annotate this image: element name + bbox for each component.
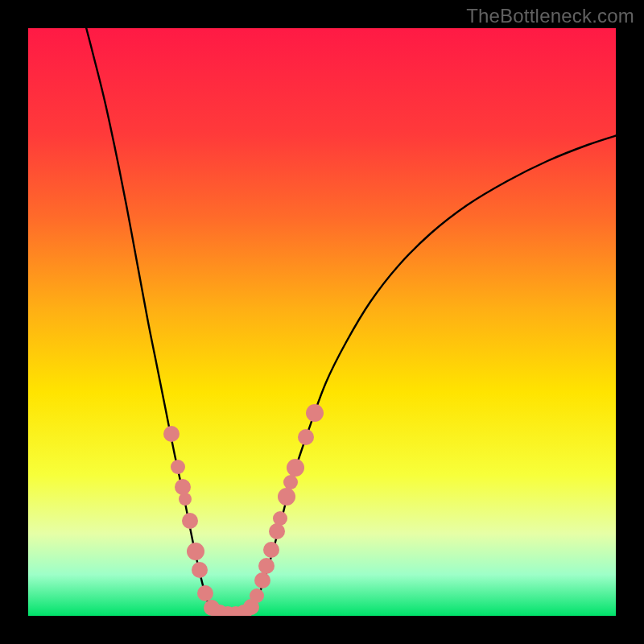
marker-dot — [163, 426, 180, 442]
marker-dot — [250, 588, 264, 603]
marker-dot — [179, 493, 192, 506]
marker-dot — [197, 585, 213, 601]
marker-dot — [283, 475, 298, 489]
marker-dot — [175, 479, 191, 495]
marker-dot — [192, 562, 208, 578]
marker-dot — [287, 459, 304, 477]
curve-layer — [28, 28, 616, 616]
marker-dot — [254, 572, 270, 588]
marker-dot — [258, 558, 275, 574]
marker-dot — [278, 488, 295, 506]
marker-dot — [187, 543, 204, 560]
bottleneck-curve — [82, 28, 616, 615]
marker-dot — [182, 513, 198, 529]
marker-dot — [306, 404, 324, 422]
marker-dot — [298, 429, 314, 445]
marker-dot — [273, 511, 287, 526]
plot-area — [28, 28, 616, 616]
chart-outer-frame: TheBottleneck.com — [0, 0, 644, 644]
watermark-text: TheBottleneck.com — [466, 5, 634, 27]
marker-dot — [269, 523, 285, 539]
marker-dot — [171, 460, 185, 474]
marker-dot — [263, 542, 279, 558]
